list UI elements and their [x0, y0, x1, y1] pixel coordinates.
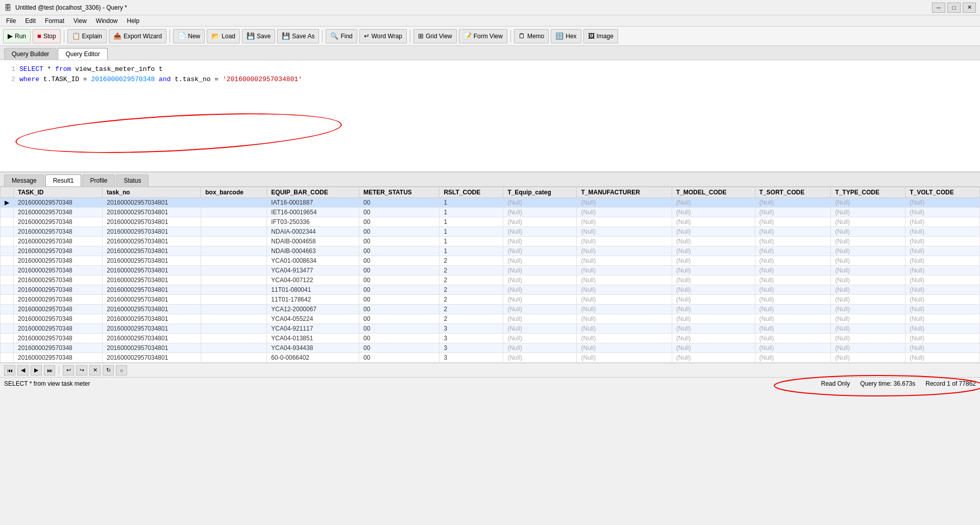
word-wrap-icon: ↵: [364, 32, 370, 40]
table-row[interactable]: 2016000029570348201600002957034801IFT03-…: [1, 217, 980, 227]
find-button[interactable]: 🔍 Find: [326, 29, 357, 43]
memo-button[interactable]: 🗒 Memo: [514, 29, 549, 43]
maximize-button[interactable]: □: [947, 3, 961, 13]
table-row[interactable]: 2016000029570348201600002957034801YCA04-…: [1, 343, 980, 353]
table-row[interactable]: 2016000029570348201600002957034801NDAIB-…: [1, 237, 980, 246]
save-button[interactable]: 💾 Save: [242, 29, 275, 43]
table-row[interactable]: 2016000029570348201600002957034801YCA04-…: [1, 276, 980, 285]
table-row[interactable]: 2016000029570348201600002957034801YCA04-…: [1, 314, 980, 324]
status-left: SELECT * from view task meter: [4, 380, 90, 387]
explain-button[interactable]: 📋 Explain: [67, 29, 107, 43]
table-row[interactable]: 2016000029570348201600002957034801YCA04-…: [1, 266, 980, 276]
table-row[interactable]: 2016000029570348201600002957034801YCA01-…: [1, 256, 980, 266]
run-button[interactable]: ▶ Run: [3, 29, 31, 43]
table-row[interactable]: 201600002957034820160000295703480111T01-…: [1, 285, 980, 295]
nav-undo-button[interactable]: ↩: [63, 365, 74, 376]
menu-item-file[interactable]: File: [2, 16, 20, 26]
table-row[interactable]: 2016000029570348201600002957034801IET16-…: [1, 208, 980, 217]
grid-container[interactable]: TASK_IDtask_nobox_barcodeEQUIP_BAR_CODEM…: [0, 187, 980, 363]
table-row[interactable]: 201600002957034820160000295703480111T01-…: [1, 295, 980, 305]
cell-task_id: 2016000029570348: [14, 227, 103, 237]
tab-query-editor[interactable]: Query Editor: [58, 48, 107, 60]
cell-t_equip_categ: (Null): [503, 285, 577, 295]
cell-t_volt_code: (Null): [905, 324, 980, 334]
nav-prev-button[interactable]: ◀: [17, 365, 29, 376]
cell-t_equip_categ: (Null): [503, 237, 577, 246]
sql-editor[interactable]: 1 SELECT * from view_task_meter_info t 2…: [0, 60, 980, 172]
new-button[interactable]: 📄 New: [173, 29, 205, 43]
menu-item-window[interactable]: Window: [92, 16, 122, 26]
cell-t_equip_categ: (Null): [503, 276, 577, 285]
result-tab-status[interactable]: Status: [116, 174, 149, 186]
table-row[interactable]: 2016000029570348201600002957034801NDAIA-…: [1, 227, 980, 237]
export-wizard-button[interactable]: 📤 Export Wizard: [109, 29, 166, 43]
cell-t_type_code: (Null): [831, 353, 905, 363]
table-row[interactable]: 201600002957034820160000295703480160-0-0…: [1, 353, 980, 363]
hex-button[interactable]: 🔢 Hex: [551, 29, 581, 43]
image-button[interactable]: 🖼 Image: [583, 29, 618, 43]
nav-next-button[interactable]: ▶: [31, 365, 42, 376]
cell-equip_bar_code: NDAIA-0002344: [267, 227, 359, 237]
col-header-t_equip_categ[interactable]: T_Equip_categ: [503, 187, 577, 198]
table-row[interactable]: 2016000029570348201600002957034801YCA04-…: [1, 324, 980, 334]
table-row[interactable]: ▶2016000029570348201600002957034801IAT16…: [1, 198, 980, 208]
menu-item-edit[interactable]: Edit: [21, 16, 40, 26]
col-header-t_sort_code[interactable]: T_SORT_CODE: [755, 187, 831, 198]
row-indicator: [1, 324, 14, 334]
load-button[interactable]: 📂 Load: [207, 29, 240, 43]
record-count-label: Record 1 of 77862: [925, 380, 976, 387]
menu-item-format[interactable]: Format: [41, 16, 68, 26]
grid-view-button[interactable]: ⊞ Grid View: [413, 29, 457, 43]
col-header-t_volt_code[interactable]: T_VOLT_CODE: [905, 187, 980, 198]
col-header-t_manufacturer[interactable]: T_MANUFACTURER: [577, 187, 672, 198]
word-wrap-button[interactable]: ↵ Word Wrap: [359, 29, 407, 43]
save-as-button[interactable]: 💾 Save As: [277, 29, 319, 43]
nav-clear-button[interactable]: ○: [116, 365, 127, 376]
cell-task_id: 2016000029570348: [14, 343, 103, 353]
result-tab-result1[interactable]: Result1: [45, 174, 82, 186]
nav-first-button[interactable]: ⏮: [4, 365, 15, 376]
nav-delete-button[interactable]: ✕: [89, 365, 101, 376]
result-tab-message[interactable]: Message: [4, 174, 44, 186]
nav-redo-button[interactable]: ↪: [76, 365, 87, 376]
col-header-box_barcode[interactable]: box_barcode: [201, 187, 267, 198]
close-button[interactable]: ✕: [963, 3, 976, 13]
hex-icon: 🔢: [555, 32, 564, 40]
load-icon: 📂: [211, 32, 219, 40]
tab-query-builder[interactable]: Query Builder: [4, 48, 57, 60]
cell-t_equip_categ: (Null): [503, 353, 577, 363]
cell-equip_bar_code: YCA04-055224: [267, 314, 359, 324]
menu-item-help[interactable]: Help: [123, 16, 144, 26]
col-header-t_type_code[interactable]: T_TYPE_CODE: [831, 187, 905, 198]
col-header-rslt_code[interactable]: RSLT_CODE: [439, 187, 503, 198]
table-row[interactable]: 2016000029570348201600002957034801NDAIB-…: [1, 246, 980, 256]
col-header-task_id[interactable]: TASK_ID: [14, 187, 103, 198]
stop-button[interactable]: ■ Stop: [33, 29, 61, 43]
table-row[interactable]: 2016000029570348201600002957034801YCA04-…: [1, 334, 980, 343]
find-icon: 🔍: [330, 32, 338, 40]
cell-t_volt_code: (Null): [905, 227, 980, 237]
nav-refresh-button[interactable]: ↻: [103, 365, 114, 376]
col-header-meter_status[interactable]: METER_STATUS: [359, 187, 439, 198]
cell-task_id: 2016000029570348: [14, 305, 103, 314]
table-row[interactable]: 2016000029570348201600002957034801YCA12-…: [1, 305, 980, 314]
menu-item-view[interactable]: View: [69, 16, 91, 26]
col-header-equip_bar_code[interactable]: EQUIP_BAR_CODE: [267, 187, 359, 198]
nav-last-button[interactable]: ⏭: [44, 365, 55, 376]
table-header: TASK_IDtask_nobox_barcodeEQUIP_BAR_CODEM…: [1, 187, 980, 198]
cell-box_barcode: [201, 208, 267, 217]
cell-equip_bar_code: YCA01-0008634: [267, 256, 359, 266]
minimize-button[interactable]: ─: [932, 3, 945, 13]
col-header-task_no[interactable]: task_no: [103, 187, 201, 198]
cell-t_equip_categ: (Null): [503, 246, 577, 256]
cell-task_id: 2016000029570348: [14, 256, 103, 266]
form-view-button[interactable]: 📝 Form View: [459, 29, 507, 43]
cell-box_barcode: [201, 324, 267, 334]
cell-meter_status: 00: [359, 237, 439, 246]
cell-t_equip_categ: (Null): [503, 305, 577, 314]
result-tab-profile[interactable]: Profile: [82, 174, 115, 186]
col-header-t_model_code[interactable]: T_MODEL_CODE: [672, 187, 755, 198]
cell-t_sort_code: (Null): [755, 246, 831, 256]
cell-equip_bar_code: IET16-00019654: [267, 208, 359, 217]
cell-t_volt_code: (Null): [905, 256, 980, 266]
